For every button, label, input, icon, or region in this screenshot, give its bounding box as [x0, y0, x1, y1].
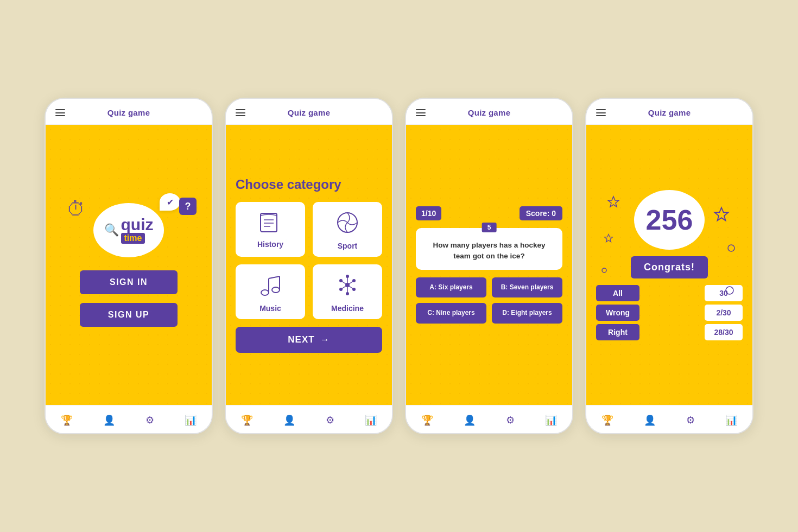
- result-value-right: 28/30: [705, 324, 743, 340]
- history-label: History: [257, 240, 283, 249]
- svg-point-5: [261, 290, 269, 295]
- svg-marker-24: [715, 207, 729, 220]
- category-sport[interactable]: Sport: [313, 202, 382, 257]
- result-label-wrong: Wrong: [596, 305, 639, 321]
- sport-label: Sport: [338, 242, 358, 250]
- category-music[interactable]: Music: [236, 264, 305, 319]
- settings-icon-4[interactable]: ⚙: [686, 414, 695, 426]
- category-medicine[interactable]: Medicine: [313, 264, 382, 319]
- score-number: 256: [646, 206, 693, 234]
- svg-line-19: [341, 285, 347, 289]
- screen3-body: 1/10 Score: 0 5 How many players has a h…: [406, 125, 572, 405]
- menu-icon-3[interactable]: [416, 109, 426, 116]
- header-2: Quiz game: [226, 99, 392, 125]
- result-row-all: All 30: [596, 285, 743, 301]
- result-label-all: All: [596, 285, 639, 301]
- app-title-1: Quiz game: [107, 108, 150, 117]
- stats-icon-1[interactable]: 📊: [185, 414, 197, 426]
- star-deco-3: [604, 233, 613, 245]
- stats-icon-2[interactable]: 📊: [365, 414, 377, 426]
- logo-bubble: 🔍 quiz time: [93, 203, 164, 257]
- next-button[interactable]: NEXT →: [236, 327, 382, 353]
- footer-2: 🏆 👤 ⚙ 📊: [226, 405, 392, 433]
- menu-icon-2[interactable]: [236, 109, 245, 116]
- trophy-icon-2[interactable]: 🏆: [241, 414, 253, 426]
- score-badge: Score: 0: [520, 206, 562, 220]
- screen2-content: Choose category: [236, 177, 382, 353]
- result-row-wrong: Wrong 2/30: [596, 305, 743, 321]
- history-icon: [258, 212, 282, 236]
- answer-b[interactable]: B: Seven players: [492, 277, 562, 298]
- answer-a[interactable]: A: Six players: [416, 277, 486, 298]
- app-title-4: Quiz game: [648, 108, 691, 117]
- trophy-icon-4[interactable]: 🏆: [601, 414, 613, 426]
- menu-icon-4[interactable]: [596, 109, 606, 116]
- footer-3: 🏆 👤 ⚙ 📊: [406, 405, 572, 433]
- header-3: Quiz game: [406, 99, 572, 125]
- star-deco-2: [713, 206, 730, 225]
- svg-line-9: [269, 276, 280, 278]
- user-icon-1[interactable]: 👤: [103, 414, 115, 426]
- sign-up-button[interactable]: SIGN UP: [80, 303, 178, 327]
- footer-1: 🏆 👤 ⚙ 📊: [46, 405, 212, 433]
- user-icon-3[interactable]: 👤: [464, 414, 476, 426]
- progress-badge: 1/10: [416, 206, 441, 220]
- music-icon: [258, 273, 282, 300]
- screen4-content: 256 Congrats! All 30 Wrong 2/30 Right 28…: [596, 190, 743, 340]
- quiz-top-row: 1/10 Score: 0: [416, 206, 562, 220]
- app-title-3: Quiz game: [468, 108, 511, 117]
- result-row-right: Right 28/30: [596, 324, 743, 340]
- phone-screen-1: Quiz game ⏱ ✔ 🔍 quiz time: [45, 98, 213, 434]
- question-badge: ?: [179, 198, 197, 215]
- screen2-body: Choose category: [226, 125, 392, 405]
- logo-quiz-text: quiz: [121, 217, 154, 233]
- answer-c[interactable]: C: Nine players: [416, 303, 486, 324]
- star-deco-1: [607, 195, 620, 211]
- music-label: Music: [259, 304, 281, 313]
- category-title: Choose category: [236, 177, 341, 192]
- svg-point-27: [602, 268, 606, 273]
- svg-rect-0: [261, 213, 277, 232]
- user-icon-2[interactable]: 👤: [283, 414, 295, 426]
- header-1: Quiz game: [46, 99, 212, 125]
- congrats-badge: Congrats!: [631, 256, 708, 278]
- circle-deco-2: [601, 265, 607, 275]
- svg-point-28: [726, 287, 733, 294]
- svg-line-18: [347, 281, 354, 285]
- medicine-icon: [335, 273, 359, 300]
- question-text: How many players has a hockey team got o…: [423, 240, 555, 262]
- category-history[interactable]: History: [236, 202, 305, 257]
- phone-screen-3: Quiz game 1/10 Score: 0 5 How many playe…: [405, 98, 573, 434]
- screen1-body: ⏱ ✔ 🔍 quiz time ?: [46, 125, 212, 405]
- results-table: All 30 Wrong 2/30 Right 28/30: [596, 285, 743, 340]
- header-4: Quiz game: [586, 99, 752, 125]
- sign-in-button[interactable]: SIGN IN: [80, 270, 178, 294]
- result-label-right: Right: [596, 324, 639, 340]
- settings-icon-2[interactable]: ⚙: [326, 414, 334, 426]
- score-circle: 256: [634, 190, 705, 250]
- menu-icon-1[interactable]: [55, 109, 65, 116]
- question-card: 5 How many players has a hockey team got…: [416, 228, 562, 270]
- settings-icon-3[interactable]: ⚙: [506, 414, 515, 426]
- svg-point-6: [272, 287, 280, 293]
- phone-screen-4: Quiz game: [585, 98, 753, 434]
- circle-deco-3: [725, 286, 734, 297]
- settings-icon-1[interactable]: ⚙: [145, 414, 154, 426]
- trophy-icon-1[interactable]: 🏆: [61, 414, 73, 426]
- screen3-content: 1/10 Score: 0 5 How many players has a h…: [416, 206, 562, 324]
- result-value-wrong: 2/30: [705, 305, 743, 321]
- question-num-badge: 5: [482, 223, 497, 232]
- answer-d[interactable]: D: Eight players: [492, 303, 562, 324]
- category-grid: History Sport: [236, 202, 382, 319]
- app-title-2: Quiz game: [288, 108, 331, 117]
- user-icon-4[interactable]: 👤: [644, 414, 656, 426]
- svg-point-26: [728, 245, 734, 251]
- stats-icon-3[interactable]: 📊: [545, 414, 557, 426]
- medicine-label: Medicine: [331, 304, 364, 313]
- svg-marker-23: [608, 197, 619, 207]
- trophy-icon-3[interactable]: 🏆: [421, 414, 433, 426]
- check-bubble: ✔: [160, 193, 180, 211]
- logo-time-text: time: [124, 233, 142, 243]
- stats-icon-4[interactable]: 📊: [725, 414, 737, 426]
- logo-area: ⏱ ✔ 🔍 quiz time ?: [93, 203, 164, 257]
